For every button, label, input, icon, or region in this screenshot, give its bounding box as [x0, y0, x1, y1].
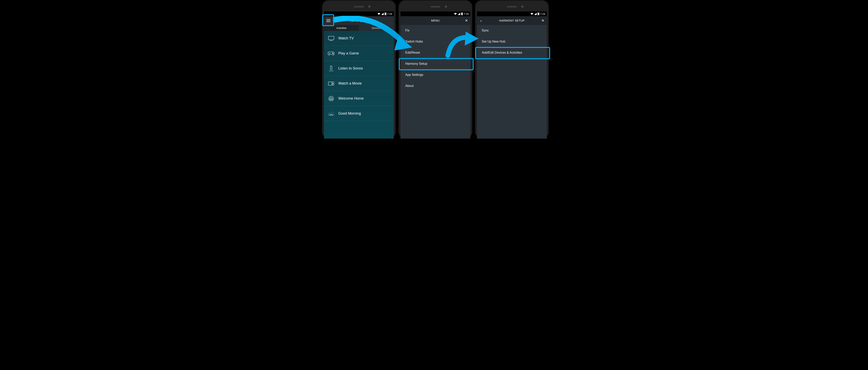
- phone-speaker: [507, 6, 517, 7]
- signal-icon: [458, 13, 460, 15]
- svg-rect-5: [329, 82, 332, 85]
- activity-label: Good Morning: [338, 111, 361, 115]
- activity-label: Watch a Movie: [338, 81, 362, 86]
- arrow-2: [444, 30, 479, 61]
- arrow-1: [333, 16, 412, 56]
- svg-rect-3: [330, 66, 332, 69]
- battery-icon: [461, 12, 463, 15]
- phone-speaker: [354, 6, 364, 7]
- signal-icon: [381, 13, 384, 15]
- phone-camera: [445, 5, 447, 8]
- close-icon[interactable]: ✕: [539, 19, 547, 23]
- sunrise-icon: [328, 111, 334, 116]
- activity-row[interactable]: SONOS Listen to Sonos: [324, 61, 394, 76]
- wifi-icon: [454, 13, 457, 15]
- clock: 7:29: [540, 12, 545, 15]
- activity-label: Listen to Sonos: [338, 66, 363, 70]
- battery-icon: [537, 12, 539, 15]
- svg-text:SONOS: SONOS: [329, 70, 333, 71]
- screen-3: 7:29 ‹ HARMONY SETUP ✕ Sync Set Up New H…: [477, 11, 547, 139]
- activity-label: Welcome Home: [338, 96, 364, 101]
- phone-camera: [521, 5, 524, 8]
- battery-icon: [384, 12, 386, 15]
- movie-icon: [328, 81, 334, 86]
- menu-item-app-settings[interactable]: App Settings: [401, 69, 470, 80]
- wifi-icon: [377, 13, 380, 15]
- phone-speaker: [430, 6, 440, 7]
- sonos-icon: SONOS: [329, 66, 334, 71]
- phone-3: 7:29 ‹ HARMONY SETUP ✕ Sync Set Up New H…: [475, 0, 549, 139]
- setup-title: HARMONY SETUP: [477, 19, 547, 22]
- wifi-icon: [530, 13, 533, 15]
- setup-list: Sync Set Up New Hub Add/Edit Devices & A…: [477, 25, 547, 139]
- setup-item-new-hub[interactable]: Set Up New Hub: [477, 36, 547, 47]
- signal-icon: [534, 13, 537, 15]
- activity-row[interactable]: Welcome Home: [324, 91, 394, 106]
- clock: 7:29: [464, 12, 469, 15]
- setup-item-add-edit[interactable]: Add/Edit Devices & Activities: [477, 47, 547, 58]
- status-bar: 7:29: [324, 11, 394, 16]
- status-bar: 7:29: [401, 11, 470, 16]
- activity-row[interactable]: Good Morning: [324, 106, 394, 121]
- svg-point-8: [329, 96, 334, 101]
- setup-item-sync[interactable]: Sync: [477, 25, 547, 36]
- tutorial-three-phones: 7:29 Harmony Hub Activities Devices Watc…: [279, 0, 589, 139]
- close-icon[interactable]: ✕: [462, 19, 470, 23]
- activity-row[interactable]: Watch a Movie: [324, 76, 394, 91]
- status-bar: 7:29: [477, 11, 547, 16]
- phone-camera: [368, 5, 371, 8]
- svg-point-6: [332, 82, 334, 84]
- menu-item-about[interactable]: About: [401, 80, 470, 92]
- setup-header: ‹ HARMONY SETUP ✕: [477, 16, 547, 25]
- clock: 7:29: [387, 12, 392, 15]
- home-icon: [328, 96, 334, 101]
- svg-point-7: [332, 84, 334, 85]
